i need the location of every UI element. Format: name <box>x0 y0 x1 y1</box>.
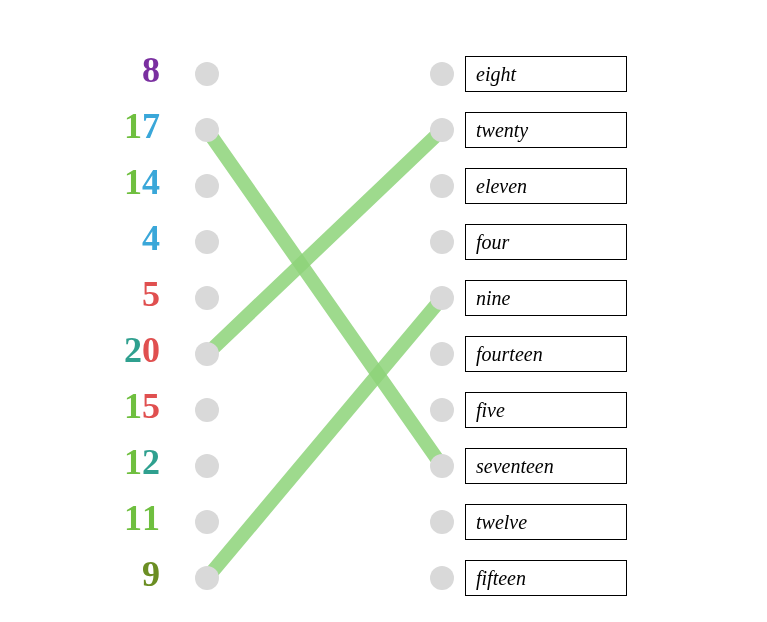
match-line <box>207 298 442 578</box>
number-1: 17 <box>80 108 160 144</box>
word-box-1[interactable]: twenty <box>465 112 627 148</box>
digit: 9 <box>142 556 160 592</box>
digit: 7 <box>142 108 160 144</box>
number-8: 11 <box>80 500 160 536</box>
right-dot-7[interactable] <box>430 454 454 478</box>
left-dot-2[interactable] <box>195 174 219 198</box>
number-3: 4 <box>80 220 160 256</box>
left-dot-6[interactable] <box>195 398 219 422</box>
number-9: 9 <box>80 556 160 592</box>
digit: 1 <box>124 388 142 424</box>
digit: 1 <box>124 500 142 536</box>
match-line <box>207 130 442 466</box>
number-4: 5 <box>80 276 160 312</box>
word-box-4[interactable]: nine <box>465 280 627 316</box>
word-box-0[interactable]: eight <box>465 56 627 92</box>
digit: 2 <box>142 444 160 480</box>
right-dot-2[interactable] <box>430 174 454 198</box>
left-dot-8[interactable] <box>195 510 219 534</box>
right-dot-4[interactable] <box>430 286 454 310</box>
word-box-3[interactable]: four <box>465 224 627 260</box>
word-box-8[interactable]: twelve <box>465 504 627 540</box>
left-dot-0[interactable] <box>195 62 219 86</box>
right-dot-8[interactable] <box>430 510 454 534</box>
word-box-6[interactable]: five <box>465 392 627 428</box>
digit: 0 <box>142 332 160 368</box>
right-dot-3[interactable] <box>430 230 454 254</box>
digit: 4 <box>142 164 160 200</box>
digit: 5 <box>142 388 160 424</box>
digit: 5 <box>142 276 160 312</box>
word-box-5[interactable]: fourteen <box>465 336 627 372</box>
right-dot-0[interactable] <box>430 62 454 86</box>
digit: 1 <box>142 500 160 536</box>
left-dot-5[interactable] <box>195 342 219 366</box>
left-dot-7[interactable] <box>195 454 219 478</box>
digit: 2 <box>124 332 142 368</box>
digit: 1 <box>124 444 142 480</box>
number-6: 15 <box>80 388 160 424</box>
word-box-9[interactable]: fifteen <box>465 560 627 596</box>
right-dot-6[interactable] <box>430 398 454 422</box>
digit: 1 <box>124 164 142 200</box>
matching-worksheet: 8eight17twenty14eleven4four5nine20fourte… <box>0 0 767 622</box>
left-dot-1[interactable] <box>195 118 219 142</box>
right-dot-5[interactable] <box>430 342 454 366</box>
number-2: 14 <box>80 164 160 200</box>
match-line <box>207 130 442 354</box>
word-box-2[interactable]: eleven <box>465 168 627 204</box>
right-dot-9[interactable] <box>430 566 454 590</box>
digit: 1 <box>124 108 142 144</box>
number-5: 20 <box>80 332 160 368</box>
digit: 8 <box>142 52 160 88</box>
number-7: 12 <box>80 444 160 480</box>
right-dot-1[interactable] <box>430 118 454 142</box>
left-dot-3[interactable] <box>195 230 219 254</box>
number-0: 8 <box>80 52 160 88</box>
left-dot-4[interactable] <box>195 286 219 310</box>
word-box-7[interactable]: seventeen <box>465 448 627 484</box>
left-dot-9[interactable] <box>195 566 219 590</box>
digit: 4 <box>142 220 160 256</box>
